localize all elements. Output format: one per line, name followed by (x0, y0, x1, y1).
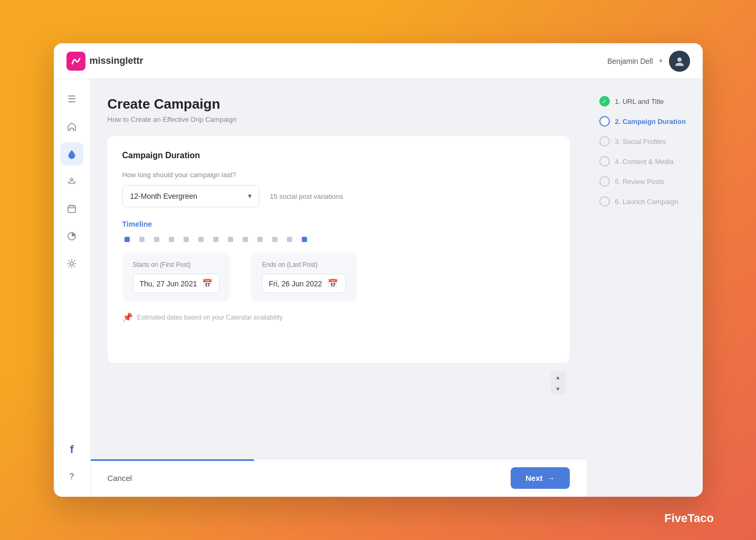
timeline-dot-2 (139, 237, 145, 242)
start-date-box: Starts on (First Post) Thu, 27 Jun 2021 … (122, 253, 231, 302)
sidebar-item-settings[interactable] (60, 252, 83, 275)
start-label: Starts on (First Post) (133, 261, 220, 268)
bottom-bar: Cancel Next → (91, 459, 587, 497)
step-label-6: 6. Launch Campaign (615, 198, 678, 206)
step-label-2: 2. Campaign Duration (615, 118, 686, 126)
timeline-dot-12 (287, 237, 292, 242)
step-item-5: 5. Review Posts (599, 176, 690, 187)
sidebar-item-calendar[interactable] (60, 197, 83, 220)
step-item-3: 3. Social Profiles (599, 136, 690, 147)
step-circle-6 (599, 196, 610, 207)
post-variations: 15 social post variations (270, 192, 343, 200)
step-item-1: ✓ 1. URL and Title (599, 96, 690, 107)
svg-rect-1 (68, 206, 75, 213)
sidebar-item-analytics[interactable] (60, 225, 83, 248)
right-panel: ✓ 1. URL and Title 2. Campaign Duration … (587, 79, 703, 497)
scroll-controls: ▲ ▼ (551, 367, 570, 403)
chevron-down-icon[interactable]: ▼ (658, 58, 664, 64)
end-calendar-icon: 📅 (328, 278, 338, 288)
user-name: Benjamin Dell (607, 57, 653, 65)
timeline-dot-10 (257, 237, 263, 242)
start-calendar-icon: 📅 (202, 278, 213, 288)
logo-area: missinglettr (66, 52, 143, 71)
cancel-button[interactable]: Cancel (108, 474, 132, 483)
end-date-value: Fri, 26 Jun 2022 (269, 279, 322, 288)
timeline-dots (122, 237, 555, 242)
note-row: 📌 Estimated dates based on your Calendar… (122, 312, 555, 322)
sidebar-item-help[interactable]: ? (60, 465, 83, 488)
sidebar-item-recycle[interactable] (60, 170, 83, 193)
note-icon: 📌 (122, 312, 133, 322)
duration-label: How long should your campaign last? (122, 171, 555, 179)
next-arrow-icon: → (547, 474, 555, 483)
date-row: Starts on (First Post) Thu, 27 Jun 2021 … (122, 253, 555, 302)
content-area: Create Campaign How to Create an Effecti… (91, 79, 587, 459)
timeline-dot-13 (302, 237, 307, 242)
next-button[interactable]: Next → (511, 467, 570, 489)
card-title: Campaign Duration (122, 151, 555, 160)
logo-name: missinglettr (90, 55, 143, 66)
step-item-4: 4. Content & Media (599, 156, 690, 167)
timeline-dot-5 (184, 237, 189, 242)
step-circle-5 (599, 176, 610, 187)
svg-point-6 (70, 262, 73, 265)
timeline-dot-1 (125, 237, 130, 242)
sidebar-item-drops[interactable] (60, 142, 83, 166)
step-label-3: 3. Social Profiles (615, 138, 666, 146)
step-label-4: 4. Content & Media (615, 158, 674, 166)
timeline-dot-3 (154, 237, 159, 242)
step-circle-1: ✓ (599, 96, 610, 107)
timeline-dot-8 (228, 237, 233, 242)
scroll-up-button[interactable]: ▲ (551, 371, 566, 383)
step-circle-2 (599, 116, 610, 127)
start-date-value: Thu, 27 Jun 2021 (140, 279, 197, 288)
step-circle-3 (599, 136, 610, 147)
campaign-card: Campaign Duration How long should your c… (108, 136, 570, 363)
timeline-dot-11 (272, 237, 277, 242)
timeline-label: Timeline (122, 220, 555, 228)
scroll-down-button[interactable]: ▼ (551, 383, 566, 394)
sidebar-item-facebook[interactable]: f (60, 438, 83, 461)
progress-bar (91, 459, 254, 461)
page-subtitle: How to Create an Effective Drip Campaign (108, 115, 570, 123)
end-label: Ends on (Last Post) (262, 261, 346, 268)
step-label-1: 1. URL and Title (615, 98, 664, 105)
timeline-dot-4 (169, 237, 174, 242)
svg-point-0 (677, 57, 682, 62)
step-label-5: 5. Review Posts (615, 178, 664, 186)
sidebar-bottom: f ? (60, 438, 83, 488)
user-area: Benjamin Dell ▼ (607, 51, 690, 72)
start-date-input[interactable]: Thu, 27 Jun 2021 📅 (133, 274, 220, 293)
note-text: Estimated dates based on your Calendar a… (137, 314, 283, 321)
step-item-6: 6. Launch Campaign (599, 196, 690, 207)
sidebar-item-menu[interactable]: ☰ (60, 88, 83, 111)
fivetaco-brand: FiveTaco (664, 512, 714, 525)
avatar[interactable] (669, 51, 690, 72)
select-row: 3-Month Evergreen 6-Month Evergreen 12-M… (122, 185, 555, 207)
end-date-input[interactable]: Fri, 26 Jun 2022 📅 (262, 274, 346, 293)
timeline-dot-6 (198, 237, 204, 242)
duration-select-wrapper: 3-Month Evergreen 6-Month Evergreen 12-M… (122, 185, 260, 207)
step-item-2: 2. Campaign Duration (599, 116, 690, 127)
sidebar-item-home[interactable] (60, 115, 83, 138)
end-date-box: Ends on (Last Post) Fri, 26 Jun 2022 📅 (251, 253, 357, 302)
timeline-dot-7 (213, 237, 218, 242)
step-circle-4 (599, 156, 610, 167)
logo-icon (66, 52, 85, 71)
step-list: ✓ 1. URL and Title 2. Campaign Duration … (599, 96, 690, 207)
duration-select[interactable]: 3-Month Evergreen 6-Month Evergreen 12-M… (122, 185, 260, 207)
timeline-dot-9 (243, 237, 248, 242)
page-title: Create Campaign (108, 96, 570, 112)
sidebar: ☰ (54, 79, 91, 497)
next-label: Next (525, 474, 543, 483)
